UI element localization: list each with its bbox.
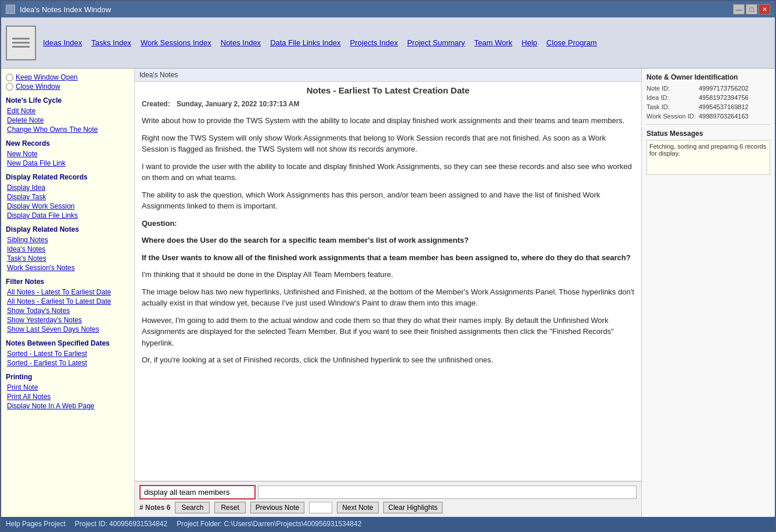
- reset-button[interactable]: Reset: [214, 502, 245, 513]
- menu-team-work[interactable]: Team Work: [475, 38, 513, 47]
- keep-window-open-label[interactable]: Keep Window Open: [16, 73, 78, 81]
- edit-note-link[interactable]: Edit Note: [6, 107, 130, 115]
- sorted-latest-link[interactable]: Sorted - Latest To Earliest: [6, 350, 130, 358]
- search-input[interactable]: [139, 485, 256, 499]
- notes-count-value: 6: [167, 504, 171, 512]
- new-data-file-link-link[interactable]: New Data File Link: [6, 159, 130, 167]
- printing-title: Printing: [6, 373, 130, 381]
- display-related-section-title: Display Related Records: [6, 173, 130, 181]
- change-owner-link[interactable]: Change Who Owns The Note: [6, 125, 130, 134]
- title-bar-left: Idea's Notes Index Window: [6, 5, 111, 14]
- minimize-button[interactable]: —: [733, 4, 745, 15]
- identification-title: Note & Owner Identification: [646, 73, 770, 81]
- note-id-label: Note ID:: [646, 85, 699, 92]
- idea-id-row: Idea ID: 49581972394756: [646, 94, 770, 101]
- print-all-notes-link[interactable]: Print All Notes: [6, 393, 130, 401]
- status-message-text: Fetching, sorting and preparing 6 record…: [649, 143, 766, 157]
- logo-line-2: [12, 42, 30, 44]
- center-content: Idea's Notes Notes - Earliest To Latest …: [135, 69, 641, 517]
- filter-notes-title: Filter Notes: [6, 278, 130, 286]
- logo-line-3: [12, 46, 30, 48]
- tasks-notes-link[interactable]: Task's Notes: [6, 254, 130, 263]
- all-notes-earliest-link[interactable]: All Notes - Earliest To Latest Date: [6, 297, 130, 305]
- close-window-label[interactable]: Close Window: [16, 82, 60, 91]
- note-id-row: Note ID: 49997173756202: [646, 85, 770, 92]
- keep-window-open-radio[interactable]: Keep Window Open: [6, 73, 130, 81]
- title-bar: Idea's Notes Index Window — □ ✕: [1, 1, 775, 17]
- content-header: Idea's Notes: [135, 69, 641, 82]
- menu-notes-index[interactable]: Notes Index: [221, 38, 261, 47]
- paragraph-thinking: I'm thinking that it should be done in t…: [142, 269, 634, 281]
- main-content: Keep Window Open Close Window Note's Lif…: [1, 69, 775, 517]
- work-session-notes-link[interactable]: Work Session's Notes: [6, 264, 130, 272]
- content-date: Created: Sunday, January 2, 2022 10:37:1…: [135, 98, 641, 110]
- all-notes-latest-link[interactable]: All Notes - Latest To Earliest Date: [6, 288, 130, 296]
- show-todays-link[interactable]: Show Today's Notes: [6, 307, 130, 315]
- paragraph-question-header: Question:: [142, 218, 634, 229]
- menu-ideas-index[interactable]: Ideas Index: [43, 38, 82, 47]
- menu-project-summary[interactable]: Project Summary: [407, 38, 465, 47]
- note-id-value: 49997173756202: [699, 85, 749, 92]
- close-window-button[interactable]: ✕: [759, 4, 770, 15]
- sibling-notes-link[interactable]: Sibling Notes: [6, 236, 130, 244]
- delete-note-link[interactable]: Delete Note: [6, 116, 130, 124]
- paragraph-3: I want to provide the user with the abil…: [142, 161, 634, 184]
- window-mode-group: Keep Window Open Close Window: [6, 73, 130, 91]
- show-yesterdays-link[interactable]: Show Yesterday's Notes: [6, 316, 130, 324]
- sidebar: Keep Window Open Close Window Note's Lif…: [1, 69, 135, 517]
- content-title: Notes - Earliest To Latest Creation Date: [135, 82, 641, 98]
- task-id-row: Task ID: 49954537169812: [646, 103, 770, 110]
- status-messages-box: Fetching, sorting and preparing 6 record…: [646, 140, 770, 175]
- paragraph-1: Write about how to provide the TWS Syste…: [142, 115, 634, 127]
- sorted-earliest-link[interactable]: Sorted - Earliest To Latest: [6, 359, 130, 367]
- menu-data-file-links-index[interactable]: Data File Links Index: [270, 38, 340, 47]
- menu-projects-index[interactable]: Projects Index: [350, 38, 398, 47]
- maximize-button[interactable]: □: [746, 4, 757, 15]
- search-input-extended[interactable]: [258, 486, 637, 499]
- paragraph-question-1: Where does the User do the search for a …: [142, 235, 634, 246]
- project-id-label: Project ID: 40095693​1534842: [75, 520, 167, 528]
- menu-close-program[interactable]: Close Program: [547, 38, 597, 47]
- search-button[interactable]: Search: [175, 502, 210, 513]
- ideas-notes-link[interactable]: Idea's Notes: [6, 245, 130, 253]
- menu-items-container: Ideas Index Tasks Index Work Sessions In…: [43, 38, 597, 47]
- display-idea-link[interactable]: Display Idea: [6, 184, 130, 192]
- menu-work-sessions-index[interactable]: Work Sessions Index: [141, 38, 211, 47]
- display-data-file-links-link[interactable]: Display Data File Links: [6, 211, 130, 220]
- notes-hash-label: # Notes: [139, 504, 164, 512]
- new-records-section-title: New Records: [6, 139, 130, 148]
- project-label: Help Pages Project: [6, 520, 66, 528]
- search-controls-row: # Notes 6 Search Reset Previous Note Nex…: [139, 502, 637, 513]
- display-in-web-link[interactable]: Display Note In A Web Page: [6, 402, 130, 410]
- search-input-row: [139, 485, 637, 499]
- new-note-link[interactable]: New Note: [6, 150, 130, 158]
- paragraph-image: The image below has two new hyperlinks, …: [142, 286, 634, 309]
- search-bar: # Notes 6 Search Reset Previous Note Nex…: [135, 481, 641, 517]
- created-date-value: Sunday, January 2, 2022 10:37:13 AM: [177, 100, 299, 108]
- close-window-radio[interactable]: Close Window: [6, 82, 130, 91]
- menu-bar: Ideas Index Tasks Index Work Sessions In…: [1, 17, 775, 69]
- status-bar: Help Pages Project Project ID: 40095693​…: [1, 517, 775, 531]
- paragraph-4: The ability to ask the question, which W…: [142, 189, 634, 212]
- display-work-session-link[interactable]: Display Work Session: [6, 202, 130, 210]
- main-window: Idea's Notes Index Window — □ ✕ Ideas In…: [0, 0, 776, 532]
- title-bar-controls: — □ ✕: [733, 4, 770, 15]
- menu-tasks-index[interactable]: Tasks Index: [91, 38, 131, 47]
- work-session-id-value: 49989703264163: [699, 113, 749, 120]
- previous-note-button[interactable]: Previous Note: [250, 502, 304, 513]
- task-id-value: 49954537169812: [699, 103, 749, 110]
- display-related-notes-title: Display Related Notes: [6, 225, 130, 233]
- print-note-link[interactable]: Print Note: [6, 383, 130, 391]
- show-last-seven-link[interactable]: Show Last Seven Days Notes: [6, 325, 130, 333]
- created-label: Created:: [142, 100, 170, 108]
- folder-label: Project Folder: C:\Users\Darren\Projects…: [177, 520, 361, 528]
- paragraph-add: However, I'm going to add them to the ac…: [142, 315, 634, 349]
- menu-help[interactable]: Help: [522, 38, 537, 47]
- right-panel: Note & Owner Identification Note ID: 499…: [641, 69, 775, 517]
- paragraph-2: Right now the TWS System will only show …: [142, 132, 634, 155]
- notes-count-label: # Notes 6: [139, 504, 170, 512]
- clear-highlights-button[interactable]: Clear Highlights: [383, 502, 443, 513]
- display-task-link[interactable]: Display Task: [6, 193, 130, 201]
- next-note-button[interactable]: Next Note: [337, 502, 378, 513]
- note-nav-input[interactable]: [309, 502, 332, 513]
